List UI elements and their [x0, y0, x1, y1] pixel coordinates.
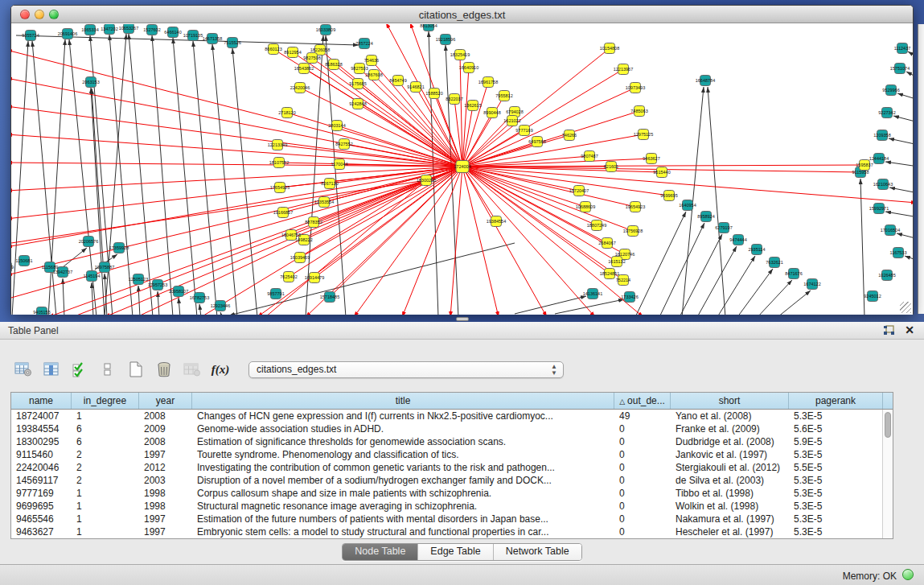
- table-row[interactable]: 946554611997Estimation of the future num…: [11, 513, 882, 525]
- table-options-icon[interactable]: [13, 360, 34, 379]
- delete-column-icon[interactable]: [154, 360, 175, 379]
- table-row[interactable]: 946362711997Embryonic stem cells: a mode…: [11, 525, 882, 538]
- cell-pagerank[interactable]: 5.5E-5: [789, 461, 882, 474]
- cell-out_de[interactable]: 49: [614, 410, 671, 422]
- column-header-in_degree[interactable]: in_degree: [72, 393, 139, 409]
- cell-in_degree[interactable]: 2: [72, 448, 139, 461]
- cell-in_degree[interactable]: 6: [72, 435, 139, 448]
- cell-title[interactable]: Estimation of significance thresholds fo…: [192, 435, 614, 448]
- cell-name[interactable]: 22420046: [11, 461, 72, 474]
- cell-name[interactable]: 18724007: [11, 410, 72, 422]
- cell-out_de[interactable]: 0: [614, 513, 671, 525]
- column-header-pagerank[interactable]: pagerank: [789, 393, 883, 409]
- cell-year[interactable]: 2008: [139, 435, 192, 448]
- table-row[interactable]: 911546021997Tourette syndrome. Phenomeno…: [11, 448, 882, 461]
- cell-title[interactable]: Changes of HCN gene expression and I(f) …: [192, 410, 614, 422]
- network-canvas[interactable]: 9355724206914061065334134720210653267152…: [11, 24, 913, 315]
- table-row[interactable]: 1456911722003Disruption of a novel membe…: [11, 474, 882, 487]
- select-rows-icon[interactable]: [69, 360, 90, 379]
- table-row[interactable]: 977716911998Corpus callosum shape and si…: [11, 487, 882, 500]
- column-header-title[interactable]: title: [192, 393, 614, 409]
- network-window-titlebar[interactable]: citations_edges.txt: [11, 6, 913, 23]
- cell-out_de[interactable]: 0: [614, 461, 671, 474]
- cell-title[interactable]: Disruption of a novel member of a sodium…: [192, 474, 614, 487]
- column-header-out_de[interactable]: △out_de...: [614, 393, 671, 409]
- tab-node-table[interactable]: Node Table: [343, 544, 418, 560]
- tab-edge-table[interactable]: Edge Table: [418, 544, 493, 560]
- cell-short[interactable]: Nakamura et al. (1997): [671, 513, 789, 525]
- cell-short[interactable]: Wolkin et al. (1998): [671, 500, 789, 513]
- float-panel-icon[interactable]: [883, 325, 895, 336]
- column-header-year[interactable]: year: [139, 393, 192, 409]
- cell-pagerank[interactable]: 5.3E-5: [789, 487, 882, 500]
- cell-pagerank[interactable]: 5.3E-5: [789, 448, 882, 461]
- cell-name[interactable]: 9115460: [11, 448, 72, 461]
- cell-year[interactable]: 1997: [139, 525, 192, 538]
- cell-year[interactable]: 2003: [139, 474, 192, 487]
- row-height-icon[interactable]: [97, 360, 118, 379]
- cell-name[interactable]: 19384554: [11, 422, 72, 435]
- cell-in_degree[interactable]: 2: [72, 461, 139, 474]
- cell-pagerank[interactable]: 5.3E-5: [789, 410, 882, 422]
- cell-year[interactable]: 2012: [139, 461, 192, 474]
- cell-short[interactable]: Franke et al. (2009): [671, 422, 789, 435]
- table-row[interactable]: 969969511998Structural magnetic resonanc…: [11, 500, 882, 513]
- table-selector[interactable]: citations_edges.txt ▲▼: [248, 361, 564, 378]
- cell-name[interactable]: 9699695: [11, 500, 72, 513]
- cell-out_de[interactable]: 0: [614, 525, 671, 538]
- cell-pagerank[interactable]: 5.3E-5: [789, 474, 882, 487]
- function-builder-icon[interactable]: f(x): [210, 360, 231, 379]
- cell-title[interactable]: Genome-wide association studies in ADHD.: [192, 422, 614, 435]
- table-row[interactable]: 1830029562008Estimation of significance …: [11, 435, 882, 448]
- table-row[interactable]: 2242004622012Investigating the contribut…: [11, 461, 882, 474]
- cell-year[interactable]: 2008: [139, 410, 192, 422]
- cell-title[interactable]: Embryonic stem cells: a model to study s…: [192, 525, 614, 538]
- cell-short[interactable]: de Silva et al. (2003): [671, 474, 789, 487]
- cell-title[interactable]: Tourette syndrome. Phenomenology and cla…: [192, 448, 614, 461]
- cell-pagerank[interactable]: 5.3E-5: [789, 500, 882, 513]
- cell-year[interactable]: 2009: [139, 422, 192, 435]
- cell-out_de[interactable]: 0: [614, 435, 671, 448]
- close-panel-icon[interactable]: ✕: [905, 323, 914, 336]
- cell-short[interactable]: Tibbo et al. (1998): [671, 487, 789, 500]
- cell-short[interactable]: Jankovic et al. (1997): [671, 448, 789, 461]
- cell-name[interactable]: 9777169: [11, 487, 72, 500]
- table-row[interactable]: 1872400712008Changes of HCN gene express…: [11, 410, 882, 422]
- table-row[interactable]: 1938455462009Genome-wide association stu…: [11, 422, 882, 435]
- cell-name[interactable]: 14569117: [11, 474, 72, 487]
- cell-short[interactable]: Dudbridge et al. (2008): [671, 435, 789, 448]
- cell-name[interactable]: 18300295: [11, 435, 72, 448]
- panel-splitter-handle[interactable]: [456, 317, 469, 321]
- new-column-icon[interactable]: [125, 360, 146, 379]
- cell-title[interactable]: Corpus callosum shape and size in male p…: [192, 487, 614, 500]
- scrollbar-thumb[interactable]: [885, 412, 891, 438]
- resize-grip-icon[interactable]: [900, 302, 911, 313]
- cell-year[interactable]: 1998: [139, 500, 192, 513]
- cell-pagerank[interactable]: 5.3E-5: [789, 525, 882, 538]
- cell-in_degree[interactable]: 1: [72, 487, 139, 500]
- cell-out_de[interactable]: 0: [614, 474, 671, 487]
- column-header-name[interactable]: name: [11, 393, 72, 409]
- column-header-short[interactable]: short: [671, 393, 789, 409]
- show-columns-icon[interactable]: [41, 360, 62, 379]
- cell-name[interactable]: 9463627: [11, 525, 72, 538]
- cell-in_degree[interactable]: 1: [72, 525, 139, 538]
- cell-name[interactable]: 9465546: [11, 513, 72, 525]
- cell-short[interactable]: Yano et al. (2008): [671, 410, 789, 422]
- cell-in_degree[interactable]: 6: [72, 422, 139, 435]
- cell-short[interactable]: Hescheler et al. (1997): [671, 525, 789, 538]
- cell-out_de[interactable]: 0: [614, 500, 671, 513]
- cell-pagerank[interactable]: 5.3E-5: [789, 513, 882, 525]
- cell-in_degree[interactable]: 2: [72, 474, 139, 487]
- cell-year[interactable]: 1997: [139, 513, 192, 525]
- cell-in_degree[interactable]: 1: [72, 500, 139, 513]
- cell-in_degree[interactable]: 1: [72, 410, 139, 422]
- cell-pagerank[interactable]: 5.6E-5: [789, 422, 882, 435]
- cell-out_de[interactable]: 0: [614, 487, 671, 500]
- cell-year[interactable]: 1997: [139, 448, 192, 461]
- cell-year[interactable]: 1998: [139, 487, 192, 500]
- cell-out_de[interactable]: 0: [614, 422, 671, 435]
- tab-network-table[interactable]: Network Table: [494, 544, 581, 560]
- cell-pagerank[interactable]: 5.9E-5: [789, 435, 882, 448]
- cell-short[interactable]: Stergiakouli et al. (2012): [671, 461, 789, 474]
